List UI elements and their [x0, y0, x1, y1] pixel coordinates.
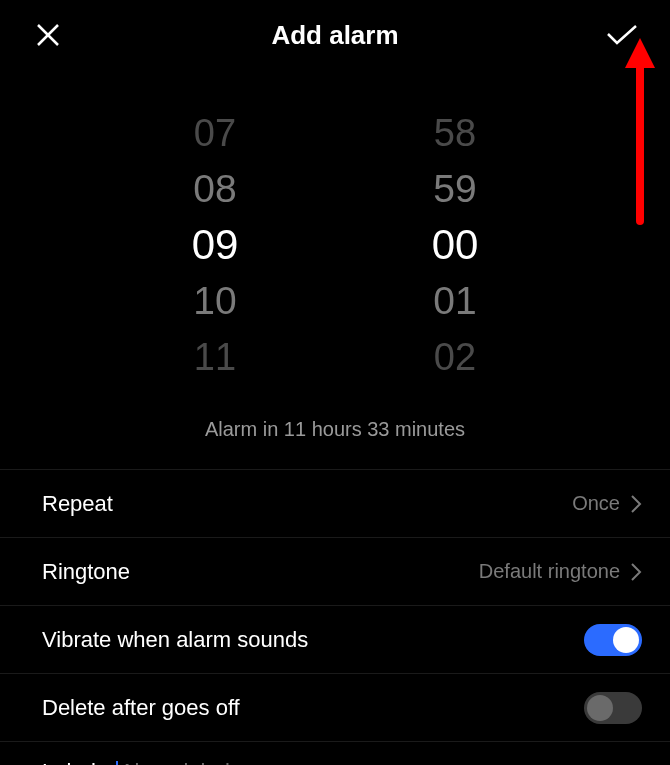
delete-after-row: Delete after goes off [0, 674, 670, 742]
check-icon [605, 23, 639, 47]
vibrate-row: Vibrate when alarm sounds [0, 606, 670, 674]
minute-option[interactable]: 59 [433, 161, 476, 217]
page-title: Add alarm [271, 20, 398, 51]
close-button[interactable] [28, 15, 68, 55]
hour-option[interactable]: 11 [194, 329, 236, 385]
hour-wheel[interactable]: 07 08 09 10 11 [170, 105, 260, 385]
text-caret [116, 761, 118, 765]
repeat-value: Once [572, 492, 620, 515]
minute-option[interactable]: 02 [434, 329, 476, 385]
alarm-countdown-text: Alarm in 11 hours 33 minutes [0, 400, 670, 469]
minute-option[interactable]: 01 [433, 273, 476, 329]
chevron-right-icon [630, 562, 642, 582]
repeat-row[interactable]: Repeat Once [0, 470, 670, 538]
label-row: Label [0, 742, 670, 765]
ringtone-value: Default ringtone [479, 560, 620, 583]
delete-after-toggle[interactable] [584, 692, 642, 724]
minute-wheel[interactable]: 58 59 00 01 02 [410, 105, 500, 385]
hour-option[interactable]: 10 [193, 273, 236, 329]
label-field-label: Label [42, 759, 96, 765]
chevron-right-icon [630, 494, 642, 514]
hour-selected[interactable]: 09 [192, 217, 239, 273]
vibrate-label: Vibrate when alarm sounds [42, 627, 308, 653]
hour-option[interactable]: 08 [193, 161, 236, 217]
time-picker: 07 08 09 10 11 58 59 00 01 02 [0, 70, 670, 400]
minute-selected[interactable]: 00 [432, 217, 479, 273]
hour-option[interactable]: 07 [194, 105, 236, 161]
delete-after-label: Delete after goes off [42, 695, 240, 721]
vibrate-toggle[interactable] [584, 624, 642, 656]
ringtone-label: Ringtone [42, 559, 130, 585]
minute-option[interactable]: 58 [434, 105, 476, 161]
settings-list: Repeat Once Ringtone Default ringtone Vi… [0, 469, 670, 765]
close-icon [33, 20, 63, 50]
ringtone-row[interactable]: Ringtone Default ringtone [0, 538, 670, 606]
repeat-label: Repeat [42, 491, 113, 517]
header: Add alarm [0, 0, 670, 70]
confirm-button[interactable] [602, 15, 642, 55]
label-input[interactable] [116, 759, 642, 765]
